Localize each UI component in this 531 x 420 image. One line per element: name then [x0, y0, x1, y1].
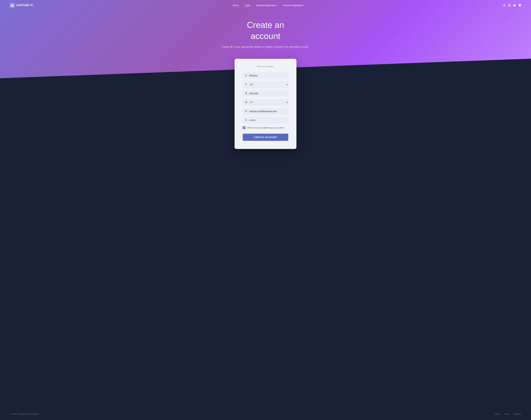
svg-point-2: [510, 5, 510, 5]
brand-name: CAPTURE IT!: [16, 4, 33, 7]
camera-icon: [10, 3, 15, 8]
svg-point-1: [509, 5, 510, 6]
email-field-group: [243, 108, 288, 115]
footer-copyright: © 2021 Shreyas Sakshi Akshit: [10, 413, 38, 415]
password-field-group: [243, 117, 288, 123]
footer: © 2021 Shreyas Sakshi Akshit Home Login …: [0, 408, 531, 420]
footer-register[interactable]: Register: [514, 413, 521, 415]
brand-logo[interactable]: CAPTURE IT!: [10, 3, 33, 8]
year-field-group: TY FY SY: [243, 99, 288, 106]
navbar: CAPTURE IT! Home Login Student Registrat…: [0, 0, 531, 11]
nav-teacher-registration[interactable]: Teacher Registration: [283, 4, 303, 7]
student-checkbox[interactable]: [243, 126, 246, 129]
registration-card: Fill in your details. A3 A1 A2 B1 B2 B3: [234, 59, 297, 149]
card-subtitle: Fill in your details.: [243, 65, 288, 68]
nav-login[interactable]: Login: [245, 4, 250, 7]
create-account-button[interactable]: CREATE ACCOUNT: [243, 134, 288, 141]
year-select[interactable]: TY FY SY: [243, 99, 288, 106]
roll-field-group: [243, 90, 288, 97]
roll-input[interactable]: [243, 90, 288, 97]
name-input[interactable]: [243, 72, 288, 79]
name-field-group: [243, 72, 288, 79]
class-field-group: A3 A1 A2 B1 B2 B3: [243, 81, 288, 88]
facebook-icon[interactable]: [503, 4, 506, 7]
footer-home[interactable]: Home: [495, 413, 500, 415]
password-input[interactable]: [243, 117, 288, 123]
main-content: Fill in your details. A3 A1 A2 B1 B2 B3: [0, 26, 531, 408]
class-select[interactable]: A3 A1 A2 B1 B2 B3: [243, 81, 288, 88]
footer-links: Home Login Register: [495, 413, 521, 415]
twitter-icon[interactable]: [513, 4, 516, 7]
email-input[interactable]: [243, 108, 288, 115]
social-icons: [503, 4, 521, 7]
nav-links: Home Login Student Registration Teacher …: [233, 4, 303, 7]
student-checkbox-row: Click if you are registering as a studen…: [243, 126, 288, 129]
svg-rect-0: [508, 4, 511, 7]
footer-login[interactable]: Login: [504, 413, 510, 415]
nav-student-registration[interactable]: Student Registration: [256, 4, 277, 7]
instagram-icon[interactable]: [508, 4, 511, 7]
student-checkbox-label[interactable]: Click if you are registering as a studen…: [247, 126, 283, 129]
github-icon[interactable]: [518, 4, 521, 7]
nav-home[interactable]: Home: [233, 4, 239, 7]
